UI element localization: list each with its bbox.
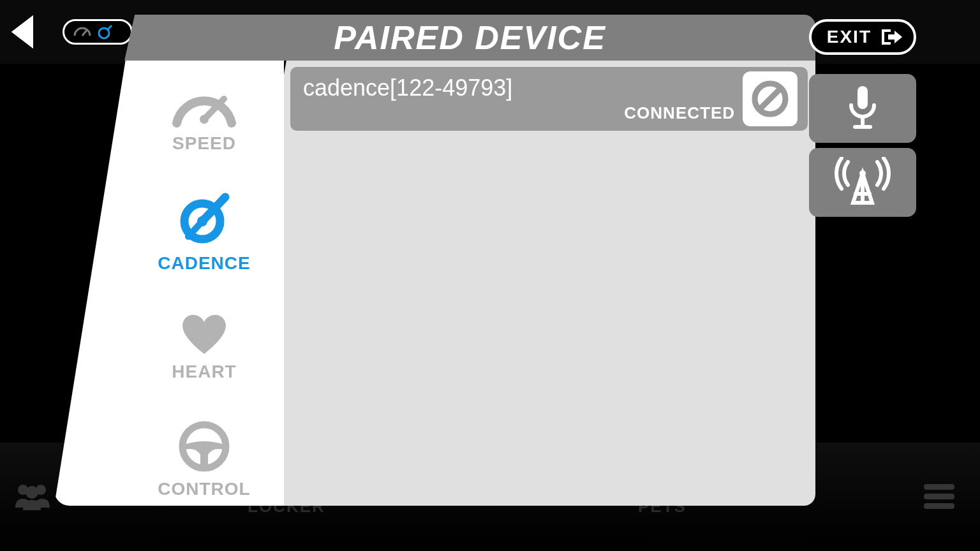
sidebar-item-control[interactable]: CONTROL	[158, 419, 250, 499]
top-pill-indicator	[63, 19, 133, 45]
sidebar-item-label: CONTROL	[158, 479, 250, 499]
menu-icon[interactable]	[924, 480, 954, 513]
microphone-icon	[845, 84, 880, 133]
exit-label: EXIT	[827, 27, 872, 47]
cadence-icon	[175, 191, 233, 248]
microphone-button[interactable]	[809, 74, 916, 143]
back-arrow-icon[interactable]	[11, 15, 33, 48]
device-status: CONNECTED	[624, 103, 735, 123]
sidebar-item-heart[interactable]: HEART	[172, 311, 236, 382]
antenna-icon	[834, 157, 891, 208]
group-icon[interactable]	[13, 482, 52, 513]
block-device-button[interactable]	[743, 71, 798, 126]
exit-button[interactable]: EXIT	[809, 19, 916, 55]
device-list-panel: cadence[122-49793] CONNECTED	[207, 61, 815, 506]
device-row[interactable]: cadence[122-49793] CONNECTED	[290, 67, 808, 131]
modal-header: PAIRED DEVICE	[124, 15, 815, 61]
exit-icon	[879, 27, 902, 47]
svg-point-1	[99, 28, 109, 38]
svg-point-5	[26, 486, 38, 499]
svg-rect-15	[858, 86, 868, 109]
steering-wheel-icon	[177, 419, 232, 474]
sidebar-item-cadence[interactable]: CADENCE	[158, 191, 250, 274]
sidebar-item-speed[interactable]: SPEED	[169, 86, 239, 154]
svg-line-0	[82, 29, 87, 36]
sidebar-item-label: HEART	[172, 362, 236, 382]
sidebar-item-label: CADENCE	[158, 253, 250, 274]
svg-line-7	[760, 89, 780, 109]
sidebar-item-label: SPEED	[172, 133, 236, 154]
broadcast-button[interactable]	[809, 148, 916, 217]
speed-icon	[169, 86, 239, 128]
svg-line-2	[108, 26, 112, 29]
paired-device-modal: PAIRED DEVICE cadence[122-49793] CONNECT…	[124, 15, 815, 506]
heart-icon	[178, 311, 230, 356]
device-name: cadence[122-49793]	[303, 75, 743, 101]
modal-title: PAIRED DEVICE	[334, 18, 606, 57]
block-icon	[750, 78, 791, 119]
